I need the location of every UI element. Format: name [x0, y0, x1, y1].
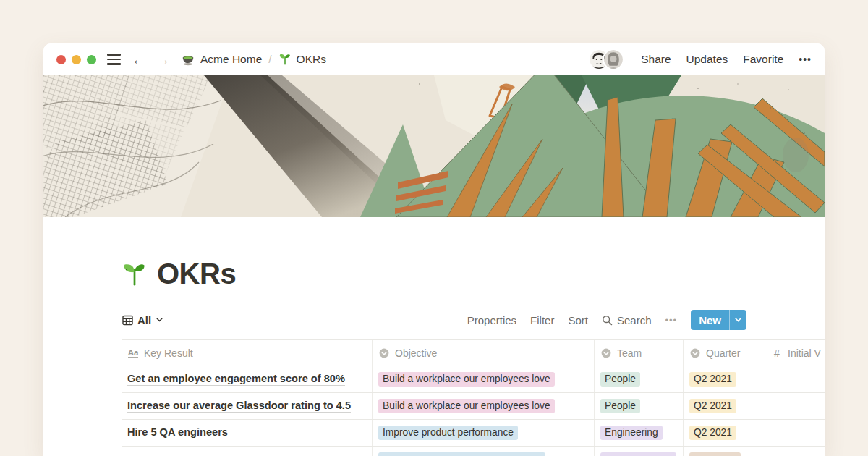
breadcrumb-page[interactable]: OKRs	[297, 53, 326, 66]
page-seedling-icon[interactable]	[122, 261, 148, 287]
topbar-actions: Share Updates Favorite •••	[588, 48, 812, 70]
column-header-objective[interactable]: Objective	[373, 340, 595, 366]
collaborator-avatars	[588, 48, 624, 70]
tag-pill: People	[600, 372, 640, 387]
select-property-icon	[600, 347, 612, 359]
app-window: ← → Acme Home / OKRs	[43, 43, 825, 456]
cell-quarter[interactable]: Q2 2021	[684, 366, 765, 392]
share-button[interactable]: Share	[641, 53, 671, 66]
seedling-icon	[278, 53, 292, 66]
filter-button[interactable]: Filter	[530, 314, 554, 326]
cell-team[interactable]	[595, 447, 684, 456]
tag-pill	[378, 452, 545, 456]
top-bar: ← → Acme Home / OKRs	[43, 43, 825, 75]
column-header-quarter[interactable]: Quarter	[684, 340, 765, 366]
cell-quarter[interactable]: Q2 2021	[684, 420, 765, 446]
search-button[interactable]: Search	[602, 314, 652, 326]
tag-pill: People	[600, 399, 640, 413]
column-header-label: Team	[617, 347, 642, 359]
table-view-icon	[122, 314, 133, 326]
search-label: Search	[617, 314, 652, 326]
tag-pill: Engineering	[600, 426, 663, 440]
cell-objective[interactable]	[373, 447, 595, 456]
cell-quarter[interactable]	[684, 447, 765, 456]
key-result-text: Get an employee engagement score of 80%	[127, 373, 345, 386]
column-header-team[interactable]: Team	[595, 340, 684, 366]
search-icon	[602, 314, 613, 326]
cell-initial-value[interactable]	[765, 447, 825, 456]
tag-pill: Build a workplace our employees love	[378, 372, 555, 387]
column-header-key-result[interactable]: AaKey Result	[122, 340, 373, 366]
sort-button[interactable]: Sort	[568, 314, 588, 326]
cell-objective[interactable]: Build a workplace our employees love	[373, 366, 595, 392]
breadcrumb-workspace[interactable]: Acme Home	[200, 53, 262, 66]
page-title[interactable]: OKRs	[157, 258, 236, 290]
cell-objective[interactable]: Improve product performance	[373, 420, 595, 446]
select-property-icon	[378, 347, 390, 359]
tag-pill: Q2 2021	[689, 426, 736, 440]
column-header-label: Quarter	[706, 347, 740, 359]
title-property-icon: Aa	[127, 347, 139, 359]
table-row: Increase our average Glassdoor rating to…	[122, 393, 825, 420]
tag-pill: Q2 2021	[689, 399, 736, 413]
column-header-initial-v[interactable]: #Initial V	[765, 340, 825, 366]
table-row	[122, 447, 825, 456]
traffic-lights	[56, 55, 96, 64]
cell-objective[interactable]: Build a workplace our employees love	[373, 393, 595, 419]
view-tab-all[interactable]: All	[122, 314, 163, 326]
cell-initial-value[interactable]	[765, 420, 825, 446]
back-arrow-icon[interactable]: ←	[132, 53, 145, 67]
favorite-button[interactable]: Favorite	[743, 53, 783, 66]
table-row: Get an employee engagement score of 80%B…	[122, 366, 825, 393]
cell-key-result[interactable]	[122, 447, 373, 456]
cell-key-result[interactable]: Increase our average Glassdoor rating to…	[122, 393, 373, 419]
cell-quarter[interactable]: Q2 2021	[684, 393, 765, 419]
cell-key-result[interactable]: Hire 5 QA engineers	[122, 420, 373, 446]
key-result-text: Hire 5 QA engineers	[127, 426, 228, 439]
cell-team[interactable]: Engineering	[595, 420, 684, 446]
more-options-icon[interactable]: •••	[799, 54, 812, 65]
zoom-window-button[interactable]	[87, 55, 96, 64]
number-property-icon: #	[771, 347, 783, 359]
new-button-label: New	[691, 310, 729, 330]
new-button-chevron-down-icon[interactable]	[730, 310, 746, 330]
minimize-window-button[interactable]	[72, 55, 81, 64]
column-header-label: Key Result	[144, 347, 193, 359]
breadcrumb-separator: /	[268, 53, 271, 66]
column-header-label: Initial V	[788, 347, 821, 359]
page-header: OKRs	[122, 258, 825, 290]
table-header-row: AaKey ResultObjectiveTeamQuarter#Initial…	[122, 339, 825, 366]
tag-pill	[600, 452, 676, 456]
menu-icon[interactable]	[107, 54, 121, 64]
cell-team[interactable]: People	[595, 393, 684, 419]
updates-button[interactable]: Updates	[686, 53, 728, 66]
tag-pill: Q2 2021	[689, 372, 736, 387]
table-row: Hire 5 QA engineersImprove product perfo…	[122, 420, 825, 447]
chevron-down-icon	[156, 314, 163, 326]
view-tab-label: All	[137, 314, 151, 326]
teacup-icon	[181, 52, 195, 67]
breadcrumb: Acme Home / OKRs	[179, 52, 326, 67]
avatar[interactable]	[603, 48, 624, 70]
column-header-label: Objective	[395, 347, 437, 359]
tag-pill	[689, 452, 741, 456]
tag-pill: Build a workplace our employees love	[378, 399, 555, 413]
view-more-options-icon[interactable]: •••	[665, 315, 678, 326]
properties-button[interactable]: Properties	[467, 314, 516, 326]
close-window-button[interactable]	[56, 55, 66, 64]
new-button[interactable]: New	[691, 310, 746, 330]
cell-initial-value[interactable]	[765, 366, 825, 392]
view-toolbar: All Properties Filter Sort Search ••• Ne	[122, 309, 746, 331]
okr-table: AaKey ResultObjectiveTeamQuarter#Initial…	[122, 339, 825, 456]
cell-key-result[interactable]: Get an employee engagement score of 80%	[122, 366, 373, 392]
tag-pill: Improve product performance	[378, 426, 518, 440]
cell-team[interactable]: People	[595, 366, 684, 392]
select-property-icon	[689, 347, 701, 359]
key-result-text: Increase our average Glassdoor rating to…	[127, 400, 351, 413]
forward-arrow-icon[interactable]: →	[156, 53, 170, 67]
page-cover-image[interactable]	[43, 75, 825, 217]
cell-initial-value[interactable]	[765, 393, 825, 419]
